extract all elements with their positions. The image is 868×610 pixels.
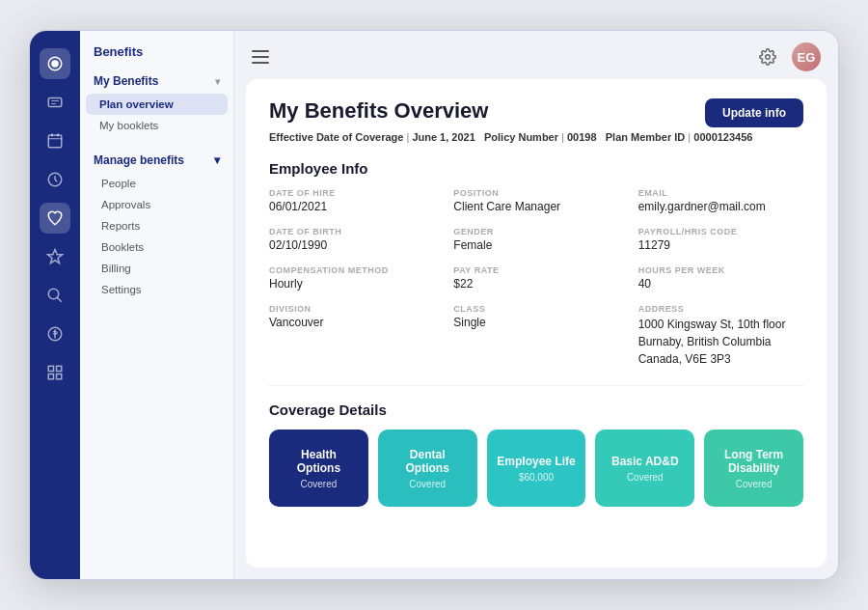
svg-rect-19 — [48, 374, 53, 379]
coverage-card[interactable]: Basic AD&DCovered — [595, 430, 694, 507]
info-field: DATE OF BIRTH02/10/1990 — [269, 227, 434, 252]
rail-icon-id[interactable] — [40, 87, 70, 118]
svg-point-21 — [766, 55, 771, 60]
svg-line-11 — [55, 180, 57, 181]
info-field: DATE OF HIRE06/01/2021 — [269, 188, 434, 213]
rail-icon-grid[interactable] — [40, 357, 70, 388]
svg-rect-18 — [57, 366, 62, 371]
svg-rect-2 — [48, 98, 62, 107]
rail-icon-heart[interactable] — [40, 203, 70, 234]
info-field: PAYROLL/HRIS CODE11279 — [638, 227, 803, 252]
manage-benefits-header[interactable]: Manage benefits ▾ — [80, 148, 233, 173]
svg-point-13 — [48, 289, 59, 299]
sidebar-title: Benefits — [80, 44, 233, 69]
info-field: COMPENSATION METHODHourly — [269, 265, 434, 291]
settings-icon[interactable] — [755, 44, 780, 69]
sidebar: Benefits My Benefits ▾ Plan overview My … — [80, 31, 234, 579]
my-benefits-section: My Benefits ▾ Plan overview My booklets — [80, 69, 233, 142]
my-benefits-chevron: ▾ — [215, 76, 220, 87]
info-field: GENDERFemale — [453, 227, 618, 252]
sidebar-item-plan-overview[interactable]: Plan overview — [86, 94, 228, 115]
coverage-card[interactable]: Dental OptionsCovered — [378, 430, 477, 507]
info-field: ADDRESS1000 Kingsway St, 10th floor Burn… — [638, 304, 803, 368]
update-info-button[interactable]: Update info — [705, 98, 803, 127]
coverage-title: Coverage Details — [269, 402, 803, 418]
svg-line-14 — [57, 297, 62, 302]
info-field: PAY RATE$22 — [453, 265, 618, 291]
page-title: My Benefits Overview — [269, 98, 488, 124]
coverage-cards: Health OptionsCoveredDental OptionsCover… — [269, 430, 803, 507]
hamburger-menu[interactable] — [252, 50, 269, 64]
section-divider — [269, 385, 803, 386]
rail-icon-star[interactable] — [40, 241, 70, 272]
sidebar-item-approvals[interactable]: Approvals — [80, 194, 233, 215]
main-content: EG My Benefits Overview Update info Effe… — [234, 31, 838, 579]
user-avatar[interactable]: EG — [792, 42, 821, 71]
info-field: HOURS PER WEEK40 — [638, 265, 803, 291]
employee-info-title: Employee Info — [269, 160, 803, 177]
info-field: EMAILemily.gardner@mail.com — [638, 188, 803, 213]
rail-icon-dollar[interactable] — [40, 319, 70, 349]
my-benefits-header[interactable]: My Benefits ▾ — [80, 69, 233, 94]
svg-rect-5 — [48, 135, 62, 148]
sidebar-item-reports[interactable]: Reports — [80, 215, 233, 236]
employee-info-grid: DATE OF HIRE06/01/2021POSITIONClient Car… — [269, 188, 803, 368]
info-field: CLASSSingle — [453, 304, 618, 368]
rail-icon-search[interactable] — [40, 280, 70, 311]
topbar: EG — [234, 31, 838, 79]
icon-rail — [30, 31, 80, 579]
info-field: POSITIONClient Care Manager — [453, 188, 618, 213]
content-area: My Benefits Overview Update info Effecti… — [246, 79, 827, 568]
app-shell: Benefits My Benefits ▾ Plan overview My … — [29, 30, 839, 580]
info-field: DIVISIONVancouver — [269, 304, 434, 368]
rail-icon-calendar[interactable] — [40, 125, 70, 156]
svg-marker-12 — [48, 250, 63, 263]
manage-benefits-chevron: ▾ — [214, 153, 220, 167]
topbar-right: EG — [755, 42, 821, 71]
effective-date-bar: Effective Date of Coverage | June 1, 202… — [269, 131, 803, 143]
svg-point-0 — [51, 60, 59, 68]
coverage-card[interactable]: Employee Life$60,000 — [487, 430, 586, 507]
coverage-card[interactable]: Health OptionsCovered — [269, 430, 368, 507]
sidebar-item-people[interactable]: People — [80, 173, 233, 194]
rail-icon-clock[interactable] — [40, 164, 70, 195]
rail-icon-home[interactable] — [40, 48, 70, 79]
svg-rect-20 — [57, 374, 62, 379]
coverage-card[interactable]: Long Term DisabilityCovered — [704, 430, 803, 507]
manage-benefits-section: Manage benefits ▾ People Approvals Repor… — [80, 142, 233, 306]
svg-rect-17 — [48, 366, 53, 371]
sidebar-item-my-booklets[interactable]: My booklets — [80, 115, 233, 136]
page-header: My Benefits Overview Update info — [269, 98, 803, 127]
sidebar-item-billing[interactable]: Billing — [80, 258, 233, 279]
sidebar-item-booklets[interactable]: Booklets — [80, 236, 233, 258]
sidebar-item-settings[interactable]: Settings — [80, 279, 233, 300]
